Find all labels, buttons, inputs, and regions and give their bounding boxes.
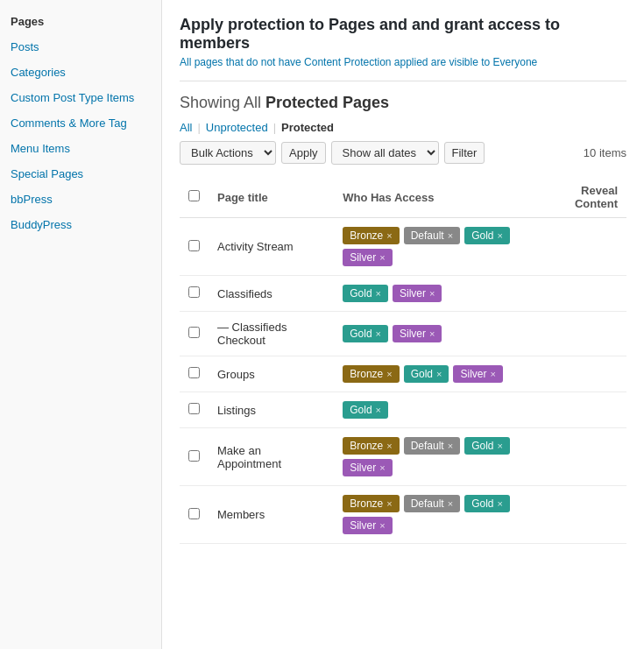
col-page-title: Page title: [209, 177, 334, 218]
tags-cell-make-an-appointment: Bronze ×Default ×Gold ×Silver ×: [334, 428, 534, 486]
sidebar-item-bbpress[interactable]: bbPress: [0, 187, 161, 212]
row-checkbox-groups[interactable]: [188, 367, 200, 378]
toolbar: Bulk Actions Apply Show all dates Filter…: [180, 141, 626, 165]
tag-gold-activity-stream: Gold ×: [464, 227, 510, 244]
tag-remove-silver-activity-stream[interactable]: ×: [379, 252, 385, 263]
apply-button[interactable]: Apply: [281, 142, 326, 164]
tags-cell-classifieds-checkout: Gold ×Silver ×: [334, 312, 534, 356]
pages-table: Page title Who Has Access Reveal Content…: [180, 177, 626, 544]
tag-remove-gold-listings[interactable]: ×: [376, 405, 381, 415]
showing-prefix: Showing All: [180, 94, 261, 111]
row-checkbox-classifieds[interactable]: [188, 286, 200, 298]
sidebar-item-categories[interactable]: Categories: [0, 60, 161, 85]
tag-silver-groups: Silver ×: [453, 365, 502, 383]
tag-bronze-members: Bronze ×: [343, 495, 399, 512]
tag-remove-silver-classifieds[interactable]: ×: [429, 288, 435, 299]
filter-tab-protected[interactable]: Protected: [281, 121, 334, 134]
page-title-cell-make-an-appointment: Make an Appointment: [209, 428, 334, 486]
tag-remove-gold-members[interactable]: ×: [498, 498, 503, 509]
tag-gold-make-an-appointment: Gold ×: [464, 437, 510, 455]
row-checkbox-listings[interactable]: [188, 403, 200, 414]
reveal-cell-make-an-appointment: [535, 428, 626, 486]
tag-remove-gold-groups[interactable]: ×: [436, 369, 442, 379]
showing-bold: Protected Pages: [261, 94, 389, 111]
tag-gold-classifieds-checkout: Gold ×: [343, 325, 388, 342]
tag-default-make-an-appointment: Default ×: [404, 437, 460, 455]
page-title-cell-members: Members: [209, 486, 334, 544]
tag-default-activity-stream: Default ×: [404, 227, 460, 244]
sidebar-item-comments-more-tag[interactable]: Comments & More Tag: [0, 110, 161, 136]
page-subtitle: All pages that do not have Content Prote…: [180, 56, 626, 68]
sidebar-item-custom-post-type-items[interactable]: Custom Post Type Items: [0, 85, 161, 110]
table-row: Activity StreamBronze ×Default ×Gold ×Si…: [180, 218, 626, 276]
reveal-cell-members: [535, 486, 626, 544]
table-row: GroupsBronze ×Gold ×Silver ×: [180, 356, 626, 392]
col-reveal-content: Reveal Content: [535, 177, 626, 218]
tag-bronze-make-an-appointment: Bronze ×: [343, 437, 399, 455]
tag-remove-gold-classifieds[interactable]: ×: [376, 288, 381, 299]
table-row: — Classifieds CheckoutGold ×Silver ×: [180, 312, 626, 356]
reveal-cell-listings: [535, 392, 626, 428]
tags-cell-members: Bronze ×Default ×Gold ×Silver ×: [334, 486, 534, 544]
select-all-checkbox[interactable]: [188, 190, 200, 201]
tag-gold-members: Gold ×: [464, 495, 510, 512]
tag-remove-default-activity-stream[interactable]: ×: [448, 230, 453, 241]
tag-gold-listings: Gold ×: [343, 401, 388, 419]
tag-remove-default-members[interactable]: ×: [448, 498, 453, 509]
tag-remove-silver-classifieds-checkout[interactable]: ×: [429, 328, 435, 339]
row-checkbox-members[interactable]: [188, 508, 200, 519]
row-checkbox-classifieds-checkout[interactable]: [188, 327, 200, 338]
tag-remove-bronze-members[interactable]: ×: [386, 498, 392, 509]
reveal-cell-classifieds: [535, 276, 626, 312]
row-checkbox-activity-stream[interactable]: [188, 240, 200, 251]
tag-remove-gold-activity-stream[interactable]: ×: [498, 230, 503, 241]
tag-gold-groups: Gold ×: [404, 365, 449, 383]
sidebar-item-buddypress[interactable]: BuddyPress: [0, 212, 161, 237]
tags-cell-listings: Gold ×: [334, 392, 534, 428]
tag-silver-members: Silver ×: [343, 517, 392, 534]
reveal-cell-activity-stream: [535, 218, 626, 276]
table-row: MembersBronze ×Default ×Gold ×Silver ×: [180, 486, 626, 544]
showing-title: Showing All Protected Pages: [180, 94, 626, 112]
page-title-cell-activity-stream: Activity Stream: [209, 218, 334, 276]
tag-remove-silver-members[interactable]: ×: [379, 520, 385, 531]
tag-silver-make-an-appointment: Silver ×: [343, 459, 392, 476]
page-title-cell-listings: Listings: [209, 392, 334, 428]
show-all-dates-select[interactable]: Show all dates: [331, 141, 439, 165]
tags-cell-activity-stream: Bronze ×Default ×Gold ×Silver ×: [334, 218, 534, 276]
tag-remove-gold-classifieds-checkout[interactable]: ×: [376, 328, 381, 339]
sidebar-item-menu-items[interactable]: Menu Items: [0, 136, 161, 161]
tag-remove-bronze-groups[interactable]: ×: [386, 369, 392, 379]
filter-sep-1: |: [273, 121, 276, 134]
bulk-actions-select[interactable]: Bulk Actions: [180, 141, 276, 165]
main-content: Apply protection to Pages and and grant …: [162, 0, 644, 649]
table-row: ClassifiedsGold ×Silver ×: [180, 276, 626, 312]
tag-silver-classifieds: Silver ×: [393, 285, 442, 302]
row-checkbox-make-an-appointment[interactable]: [188, 450, 200, 462]
filter-sep-0: |: [197, 121, 200, 134]
tag-silver-classifieds-checkout: Silver ×: [393, 325, 442, 342]
filter-tabs: All|Unprotected|Protected: [180, 121, 626, 134]
tag-bronze-activity-stream: Bronze ×: [343, 227, 399, 244]
tag-default-members: Default ×: [404, 495, 460, 512]
tags-cell-classifieds: Gold ×Silver ×: [334, 276, 534, 312]
items-count: 10 items: [584, 146, 626, 159]
tag-remove-bronze-make-an-appointment[interactable]: ×: [386, 441, 392, 451]
tag-remove-silver-groups[interactable]: ×: [490, 369, 495, 379]
filter-button[interactable]: Filter: [444, 142, 485, 164]
page-title: Apply protection to Pages and and grant …: [180, 16, 626, 53]
page-title-cell-groups: Groups: [209, 356, 334, 392]
tags-cell-groups: Bronze ×Gold ×Silver ×: [334, 356, 534, 392]
sidebar-item-posts[interactable]: Posts: [0, 34, 161, 60]
sidebar-item-pages[interactable]: Pages: [0, 9, 161, 34]
reveal-cell-classifieds-checkout: [535, 312, 626, 356]
tag-remove-default-make-an-appointment[interactable]: ×: [448, 441, 453, 451]
tag-bronze-groups: Bronze ×: [343, 365, 399, 383]
sidebar-item-special-pages[interactable]: Special Pages: [0, 161, 161, 187]
tag-remove-silver-make-an-appointment[interactable]: ×: [379, 462, 385, 473]
filter-tab-unprotected[interactable]: Unprotected: [206, 121, 268, 134]
filter-tab-all[interactable]: All: [180, 121, 192, 134]
page-title-cell-classifieds: Classifieds: [209, 276, 334, 312]
tag-remove-gold-make-an-appointment[interactable]: ×: [498, 441, 503, 451]
tag-remove-bronze-activity-stream[interactable]: ×: [386, 230, 392, 241]
